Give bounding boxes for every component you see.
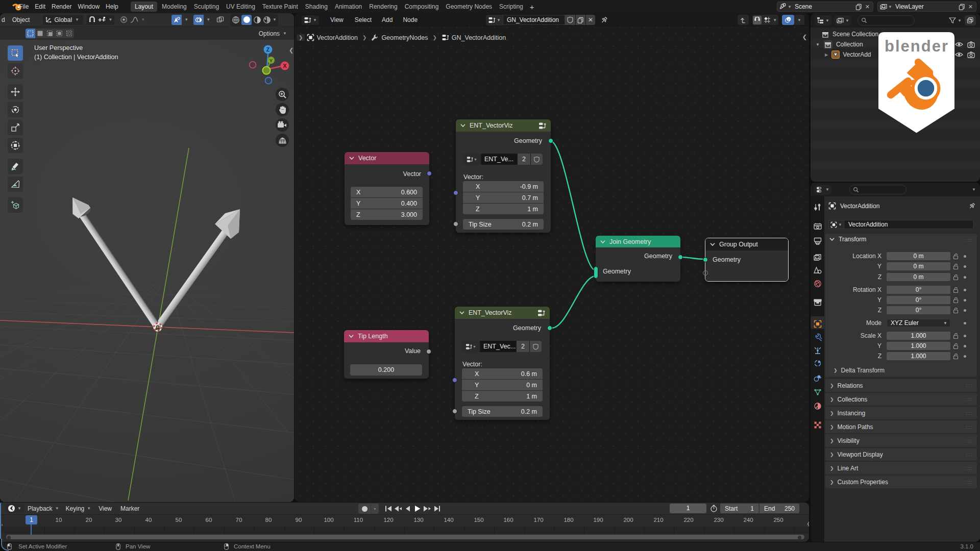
svg-text:Z: Z: [266, 46, 270, 53]
svg-text:blender: blender: [885, 37, 949, 55]
svg-text:X: X: [283, 63, 286, 69]
svg-text:Y: Y: [270, 58, 273, 63]
